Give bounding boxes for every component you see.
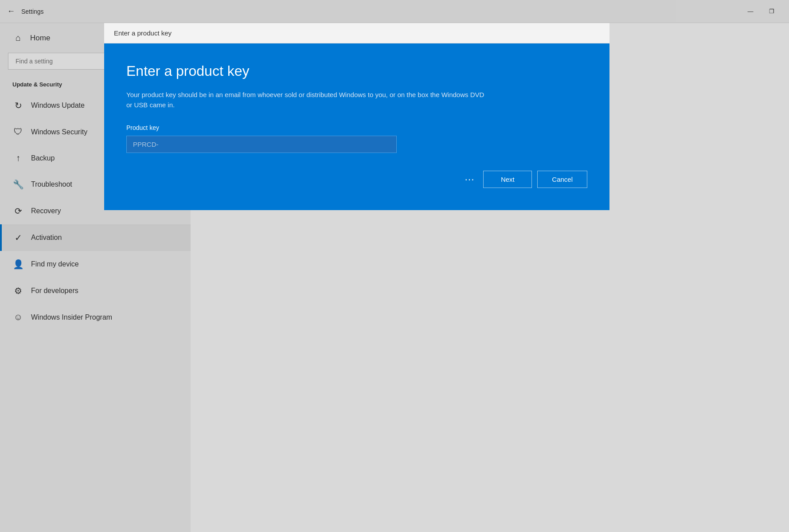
cancel-button[interactable]: Cancel bbox=[537, 171, 587, 188]
dialog-body: Enter a product key Your product key sho… bbox=[104, 43, 609, 210]
dialog-overlay: Enter a product key Enter a product key … bbox=[0, 0, 789, 532]
product-key-label: Product key bbox=[126, 124, 587, 131]
dialog-description: Your product key should be in an email f… bbox=[126, 90, 490, 110]
dialog-titlebar: Enter a product key bbox=[104, 23, 609, 43]
spinner-icon: ⋯ bbox=[465, 174, 474, 185]
dialog-heading: Enter a product key bbox=[126, 63, 587, 79]
dialog-actions: ⋯ Next Cancel bbox=[126, 171, 587, 188]
product-key-dialog: Enter a product key Enter a product key … bbox=[104, 23, 609, 210]
next-button[interactable]: Next bbox=[483, 171, 532, 188]
product-key-input[interactable] bbox=[126, 136, 397, 153]
